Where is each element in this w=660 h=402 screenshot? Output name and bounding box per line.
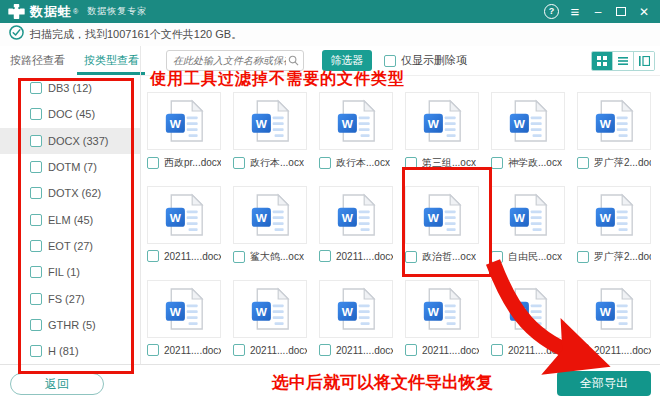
sidebar-item-docx[interactable]: DOCX (337) [0, 128, 140, 154]
file-checkbox[interactable] [147, 250, 159, 262]
sidebar-item-eot[interactable]: EOT (27) [0, 233, 140, 259]
file-name[interactable]: 第三组...ocx [422, 156, 476, 170]
file-name[interactable]: 罗广萍2...docx [594, 250, 651, 264]
help-icon[interactable]: ? [544, 4, 559, 19]
file-thumbnail[interactable] [405, 280, 479, 338]
minimize-icon[interactable]: – [591, 5, 605, 19]
grid-view-button[interactable] [592, 52, 612, 70]
export-all-button[interactable]: 全部导出 [557, 371, 651, 396]
file-checkbox[interactable] [491, 157, 503, 169]
file-checkbox[interactable] [405, 251, 417, 263]
word-file-icon [250, 193, 290, 237]
file-name[interactable]: 鲨大鸽...ocx [250, 250, 304, 264]
file-checkbox[interactable] [405, 157, 417, 169]
file-name[interactable]: 20211....docx [164, 251, 221, 262]
type-checkbox[interactable] [30, 345, 42, 357]
file-thumbnail[interactable] [319, 186, 393, 244]
file-card: 罗广萍2...docx [577, 92, 651, 186]
file-checkbox[interactable] [233, 251, 245, 263]
type-checkbox[interactable] [30, 214, 42, 226]
file-thumbnail[interactable] [577, 280, 651, 338]
file-name[interactable]: 20211....docx [164, 345, 221, 356]
file-thumbnail[interactable] [319, 92, 393, 150]
file-name[interactable]: 政行本...ocx [250, 156, 304, 170]
file-thumbnail[interactable] [491, 280, 565, 338]
show-deleted-only-option[interactable]: 仅显示删除项 [384, 53, 467, 68]
list-view-button[interactable] [612, 52, 633, 70]
file-thumbnail[interactable] [147, 92, 221, 150]
file-checkbox[interactable] [577, 157, 589, 169]
file-name[interactable]: 神学政...ocx [508, 156, 562, 170]
brand-trademark: ® [73, 8, 78, 15]
tab-by-type[interactable]: 按类型查看 [84, 46, 139, 75]
back-button[interactable]: 返回 [10, 373, 104, 395]
file-checkbox[interactable] [319, 157, 331, 169]
file-name[interactable]: 西政pr...docx [164, 156, 221, 170]
file-checkbox[interactable] [405, 344, 417, 356]
file-thumbnail[interactable] [147, 280, 221, 338]
file-thumbnail[interactable] [147, 186, 221, 244]
file-thumbnail[interactable] [491, 186, 565, 244]
file-name[interactable]: 20211....docx [508, 345, 565, 356]
file-thumbnail[interactable] [233, 280, 307, 338]
file-thumbnail[interactable] [405, 186, 479, 244]
file-thumbnail[interactable] [405, 92, 479, 150]
maximize-icon[interactable] [614, 5, 628, 19]
file-name[interactable]: 罗广萍2...docx [594, 156, 651, 170]
tab-by-path[interactable]: 按路径查看 [10, 46, 65, 75]
file-name[interactable]: 政治哲...ocx [422, 250, 476, 264]
file-checkbox[interactable] [233, 344, 245, 356]
file-checkbox[interactable] [233, 157, 245, 169]
file-checkbox[interactable] [577, 344, 589, 356]
sidebar-item-elm[interactable]: ELM (45) [0, 206, 140, 232]
word-file-icon [594, 287, 634, 331]
file-name[interactable]: 20211....docx [336, 251, 393, 262]
word-file-icon [336, 287, 376, 331]
file-checkbox[interactable] [491, 251, 503, 263]
file-name[interactable]: 自由民...ocx [508, 250, 562, 264]
sidebar-item-dotm[interactable]: DOTM (7) [0, 154, 140, 180]
file-thumbnail[interactable] [577, 92, 651, 150]
type-checkbox[interactable] [30, 319, 42, 331]
type-checkbox[interactable] [30, 266, 42, 278]
sidebar-item-fil[interactable]: FIL (1) [0, 259, 140, 285]
file-checkbox[interactable] [577, 251, 589, 263]
detail-view-button[interactable] [633, 52, 654, 70]
type-checkbox[interactable] [30, 161, 42, 173]
file-name[interactable]: 政行本...ocx [336, 156, 390, 170]
show-deleted-only-checkbox[interactable] [384, 55, 396, 67]
sidebar-item-fs[interactable]: FS (27) [0, 285, 140, 311]
file-checkbox[interactable] [147, 157, 159, 169]
file-checkbox[interactable] [147, 344, 159, 356]
file-thumbnail[interactable] [577, 186, 651, 244]
type-checkbox[interactable] [30, 187, 42, 199]
file-name[interactable]: 20211....docx [594, 345, 651, 356]
file-checkbox[interactable] [319, 250, 331, 262]
search-input[interactable] [167, 55, 288, 66]
type-checkbox[interactable] [30, 293, 42, 305]
sidebar-item-doc[interactable]: DOC (45) [0, 101, 140, 127]
file-card: 第三组...ocx [405, 92, 479, 186]
type-checkbox[interactable] [30, 240, 42, 252]
type-checkbox[interactable] [30, 135, 42, 147]
filter-button[interactable]: 筛选器 [322, 50, 372, 71]
sidebar-item-dotx[interactable]: DOTX (62) [0, 180, 140, 206]
file-thumbnail[interactable] [233, 92, 307, 150]
file-thumbnail[interactable] [233, 186, 307, 244]
file-thumbnail[interactable] [319, 280, 393, 338]
file-checkbox[interactable] [491, 344, 503, 356]
file-name[interactable]: 20211....docx [336, 345, 393, 356]
sidebar-item-db3[interactable]: DB3 (12) [0, 75, 140, 101]
menu-icon[interactable]: ≡ [568, 5, 582, 19]
search-box[interactable] [166, 50, 304, 71]
close-icon[interactable]: ✕ [637, 5, 651, 19]
file-thumbnail[interactable] [491, 92, 565, 150]
file-name[interactable]: 20211....docx [422, 345, 479, 356]
type-checkbox[interactable] [30, 82, 42, 94]
sidebar-item-h[interactable]: H (81) [0, 338, 140, 364]
file-name[interactable]: 20211....docx [250, 345, 307, 356]
type-checkbox[interactable] [30, 108, 42, 120]
word-file-icon [164, 193, 204, 237]
sidebar-item-gthr[interactable]: GTHR (5) [0, 312, 140, 338]
file-checkbox[interactable] [319, 344, 331, 356]
